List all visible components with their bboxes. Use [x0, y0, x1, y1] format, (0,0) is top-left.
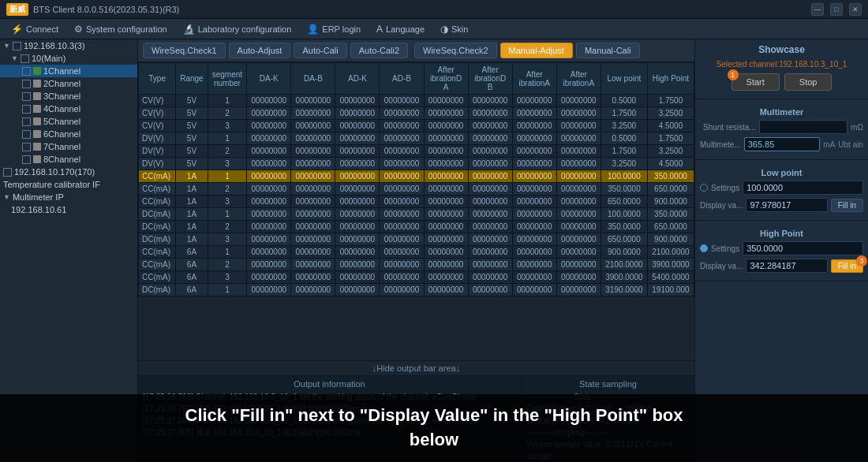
- col-aib-da: AfteribrationDA: [424, 63, 468, 95]
- shunt-value-input[interactable]: [759, 120, 847, 134]
- table-row[interactable]: CV(V)5V100000000000000000000000000000000…: [139, 95, 694, 107]
- multimeter-section: Multimeter Shunt resista... mΩ Multimete…: [695, 99, 868, 160]
- menu-system-config[interactable]: ⚙ System configuration: [68, 22, 174, 36]
- ch1-checkbox[interactable]: [22, 67, 31, 76]
- table-row[interactable]: DV(V)5V200000000000000000000000000000000…: [139, 145, 694, 158]
- menu-erp-login[interactable]: 👤 ERP login: [301, 22, 367, 36]
- table-row[interactable]: CV(V)5V300000000000000000000000000000000…: [139, 120, 694, 132]
- col-adb: AD-B: [380, 63, 424, 95]
- channel-status-icon: [33, 67, 41, 75]
- table-row[interactable]: DV(V)5V300000000000000000000000000000000…: [139, 158, 694, 170]
- table-row[interactable]: CC(mA)6A20000000000000000000000000000000…: [139, 259, 694, 271]
- sidebar-item-host2[interactable]: 192.168.10.170(170): [0, 166, 137, 178]
- low-settings-input[interactable]: [743, 181, 863, 195]
- auto-adjust-button[interactable]: Auto-Adjust: [229, 43, 291, 58]
- low-settings-label: Settings: [711, 184, 739, 192]
- connect-icon: ⚡: [11, 24, 23, 35]
- low-display-input[interactable]: [746, 198, 827, 212]
- high-fill-in-button[interactable]: 3 Fill in: [831, 259, 863, 273]
- host1-checkbox[interactable]: [13, 42, 21, 50]
- sidebar-item-7channel[interactable]: 7Channel: [0, 140, 137, 153]
- table-row[interactable]: CC(mA)6A10000000000000000000000000000000…: [139, 246, 694, 259]
- sidebar-item-host1[interactable]: ▼ 192.168.10.3(3): [0, 39, 137, 52]
- multimeter-value-input[interactable]: [744, 137, 821, 151]
- sidebar-item-multimeter[interactable]: ▼ Multimeter IP: [0, 191, 137, 203]
- minimize-button[interactable]: —: [811, 3, 824, 16]
- wireseq-check1-button[interactable]: WireSeq.Check1: [143, 43, 226, 58]
- sidebar-item-1channel[interactable]: 1Channel: [0, 65, 137, 77]
- high-fill-badge: 3: [856, 255, 867, 266]
- manual-adjust-button[interactable]: Manual-Adjust: [500, 43, 573, 58]
- title-bar: 新威 BTS Client 8.0.0.516(2023.05.31)(R3) …: [0, 0, 868, 19]
- table-row[interactable]: CV(V)5V200000000000000000000000000000000…: [139, 107, 694, 120]
- high-settings-radio[interactable]: [700, 244, 708, 252]
- high-settings-input[interactable]: [743, 241, 863, 255]
- high-settings-label: Settings: [711, 244, 739, 253]
- maximize-button[interactable]: □: [830, 3, 843, 16]
- sidebar-label: 192.168.10.170(170): [14, 167, 95, 177]
- multimeter-title: Multimeter: [700, 107, 863, 117]
- auto-cali2-button[interactable]: Auto-Cali2: [350, 43, 408, 58]
- sidebar-label: 3Channel: [43, 91, 80, 101]
- table-row[interactable]: CC(mA)1A30000000000000000000000000000000…: [139, 196, 694, 208]
- col-type: Type: [139, 63, 176, 95]
- sidebar-item-8channel[interactable]: 8Channel: [0, 153, 137, 166]
- output-title: Output information: [143, 379, 516, 389]
- auto-cali-button[interactable]: Auto-Cali: [294, 43, 346, 58]
- sidebar-label: 1Channel: [43, 66, 80, 76]
- channel-status-icon: [33, 155, 41, 163]
- showcase-title: Showcase: [700, 44, 863, 55]
- sidebar-label: 4Channel: [43, 104, 80, 114]
- table-row[interactable]: DC(mA)6A10000000000000000000000000000000…: [139, 284, 694, 296]
- table-row[interactable]: DC(mA)1A30000000000000000000000000000000…: [139, 233, 694, 246]
- toolbar: WireSeq.Check1 Auto-Adjust Auto-Cali Aut…: [138, 39, 694, 62]
- app-logo: 新威: [6, 3, 28, 16]
- high-point-section: High Point Settings Display va... 3 Fill…: [695, 221, 868, 281]
- sidebar-item-4channel[interactable]: 4Channel: [0, 102, 137, 115]
- hide-output-bar[interactable]: ↓Hide output bar area↓: [138, 360, 694, 375]
- showcase-section: Showcase Selected channel:192.168.10.3_1…: [695, 39, 868, 99]
- menu-language[interactable]: A Language: [370, 22, 431, 36]
- stop-button[interactable]: Stop: [784, 73, 832, 91]
- col-adk: AD-K: [335, 63, 380, 95]
- low-settings-radio[interactable]: [700, 184, 708, 192]
- low-display-label: Display va...: [700, 201, 743, 210]
- channel-status-icon: [33, 105, 41, 113]
- high-display-input[interactable]: [746, 259, 827, 273]
- shunt-resistor-label: Shunt resista...: [703, 123, 756, 132]
- sidebar-item-multimeter-ip[interactable]: 192.168.10.61: [0, 203, 137, 216]
- sidebar-label: 192.168.10.3(3): [24, 41, 85, 50]
- table-row[interactable]: DC(mA)1A10000000000000000000000000000000…: [139, 208, 694, 221]
- manual-cali-button[interactable]: Manual-Cali: [576, 43, 640, 58]
- menu-skin[interactable]: ◑ Skin: [434, 22, 474, 36]
- col-high: High Point: [647, 63, 694, 95]
- sidebar-item-5channel[interactable]: 5Channel: [0, 115, 137, 128]
- main-checkbox[interactable]: [21, 54, 29, 63]
- close-button[interactable]: ✕: [849, 3, 862, 16]
- sidebar-label: Multimeter IP: [13, 192, 64, 202]
- sidebar-item-6channel[interactable]: 6Channel: [0, 128, 137, 140]
- gear-icon: ⚙: [74, 24, 83, 35]
- sidebar-item-main[interactable]: ▼ 10(Main): [0, 52, 137, 65]
- language-icon: A: [376, 24, 383, 35]
- state-title: State sampling: [526, 379, 690, 389]
- sidebar-item-3channel[interactable]: 3Channel: [0, 90, 137, 102]
- low-fill-in-button[interactable]: Fill in: [831, 199, 863, 212]
- table-row[interactable]: DC(mA)1A20000000000000000000000000000000…: [139, 221, 694, 233]
- table-row[interactable]: CC(mA)6A30000000000000000000000000000000…: [139, 271, 694, 284]
- menu-connect[interactable]: ⚡ Connect: [5, 22, 65, 36]
- wireseq-check2-button[interactable]: WireSeq.Check2: [414, 43, 497, 58]
- sidebar-item-2channel[interactable]: 2Channel: [0, 77, 137, 90]
- table-row[interactable]: CC(mA)1A20000000000000000000000000000000…: [139, 183, 694, 196]
- start-button[interactable]: 1 Start: [731, 73, 780, 91]
- app-title: BTS Client 8.0.0.516(2023.05.31)(R3): [33, 5, 179, 14]
- skin-icon: ◑: [440, 24, 448, 35]
- col-aib-a1: AfteribrationA: [512, 63, 556, 95]
- sidebar-item-temp-cal[interactable]: Temperature calibrator IF: [0, 178, 137, 191]
- low-point-section: Low point Settings Display va... Fill in: [695, 160, 868, 221]
- col-range: Range: [176, 63, 208, 95]
- table-row[interactable]: DV(V)5V100000000000000000000000000000000…: [139, 132, 694, 145]
- sidebar-label: 6Channel: [43, 129, 80, 139]
- table-row[interactable]: CC(mA)1A10000000000000000000000000000000…: [139, 170, 694, 183]
- menu-lab-config[interactable]: 🔬 Laboratory configuration: [177, 22, 298, 36]
